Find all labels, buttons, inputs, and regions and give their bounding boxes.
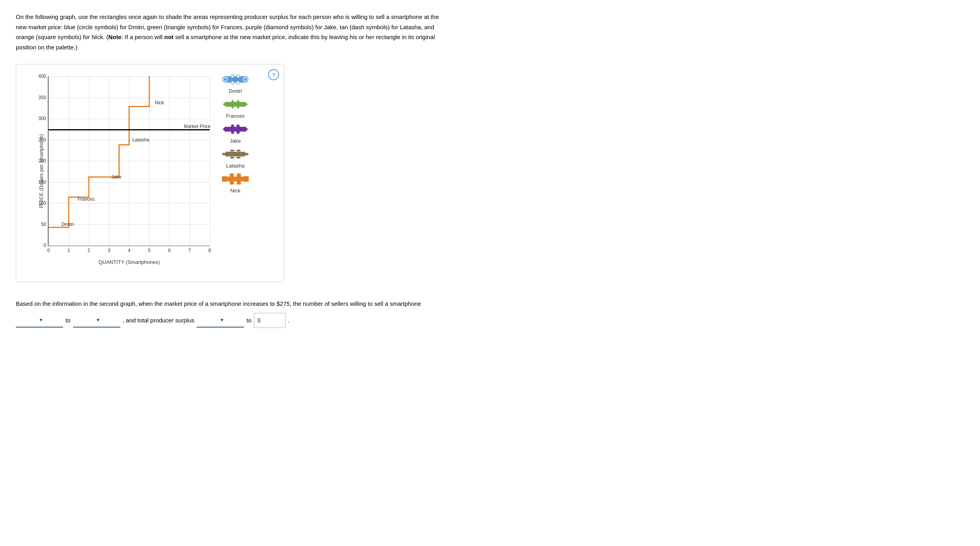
svg-rect-26 xyxy=(230,150,234,151)
svg-rect-9 xyxy=(225,102,245,107)
frances-palette-label: Frances xyxy=(226,113,245,119)
svg-rect-23 xyxy=(225,152,245,156)
svg-point-2 xyxy=(224,78,227,81)
bottom-row: ▼ to ▼ , and total producer surplus ▼ to… xyxy=(16,313,490,328)
supply-curve-line xyxy=(49,76,149,228)
latasha-chart-label: Latasha xyxy=(132,137,149,143)
help-button[interactable]: ? xyxy=(268,69,279,80)
x-tick-2: 2 xyxy=(88,248,90,253)
svg-rect-35 xyxy=(230,181,234,185)
palette-item-frances[interactable]: Frances xyxy=(222,97,249,119)
svg-rect-27 xyxy=(237,150,240,151)
svg-rect-16 xyxy=(225,127,245,132)
nick-palette-label: Nick xyxy=(230,188,240,194)
market-price-line xyxy=(49,129,210,130)
not-bold: not xyxy=(164,34,173,40)
y-axis-label: PRICE (Dollars per smartphone) xyxy=(38,134,44,208)
to-text-1: to xyxy=(66,314,71,326)
svg-point-8 xyxy=(237,81,240,84)
nick-chart-label: Nick xyxy=(155,100,164,105)
x-axis-label: QUANTITY (Smartphones) xyxy=(98,259,160,265)
svg-marker-14 xyxy=(231,106,235,109)
bottom-question: Based on the information in the second g… xyxy=(16,298,490,328)
y-tick-200: 200 xyxy=(38,158,46,164)
bottom-question-text: Based on the information in the second g… xyxy=(16,300,421,307)
palette-area: Dmitri Frances xyxy=(222,72,249,197)
grid-line-0 xyxy=(49,245,210,246)
svg-marker-11 xyxy=(244,102,248,107)
dollar-sign: $ xyxy=(257,314,261,326)
svg-rect-29 xyxy=(237,157,240,158)
x-tick-8: 8 xyxy=(208,248,211,253)
jake-chart-label: Jake xyxy=(111,174,121,180)
instructions-text: On the following graph, use the rectangl… xyxy=(16,12,450,52)
dropdown-1-arrow: ▼ xyxy=(39,315,43,325)
dmitri-palette-label: Dmitri xyxy=(229,88,242,94)
grid-v-8 xyxy=(210,76,210,245)
comma-text: , and total producer surplus xyxy=(123,314,195,326)
svg-rect-30 xyxy=(225,177,245,181)
svg-rect-24 xyxy=(222,153,226,155)
svg-marker-13 xyxy=(236,100,240,103)
dropdown-2-value xyxy=(75,314,94,326)
dropdown-3-arrow: ▼ xyxy=(220,315,224,325)
dropdown-2-arrow: ▼ xyxy=(96,315,101,325)
svg-rect-36 xyxy=(237,181,241,185)
x-tick-6: 6 xyxy=(168,248,171,253)
y-tick-300: 300 xyxy=(38,116,46,121)
svg-point-7 xyxy=(231,81,234,84)
x-tick-5: 5 xyxy=(148,248,151,253)
latasha-icon xyxy=(222,147,249,161)
svg-point-4 xyxy=(244,78,247,81)
svg-rect-28 xyxy=(230,157,234,158)
svg-rect-31 xyxy=(222,176,227,182)
dropdown-3[interactable]: ▼ xyxy=(197,313,244,328)
y-tick-350: 350 xyxy=(38,95,46,100)
frances-icon xyxy=(222,97,249,111)
y-tick-100: 100 xyxy=(38,200,46,206)
svg-rect-32 xyxy=(244,176,249,182)
graph-container: ? PRICE (Dollars per smartphone) xyxy=(16,64,284,282)
palette-item-dmitri[interactable]: Dmitri xyxy=(222,72,249,94)
dmitri-chart-label: Dmitri xyxy=(62,222,74,227)
x-tick-1: 1 xyxy=(68,248,70,253)
svg-point-6 xyxy=(237,75,240,78)
palette-item-jake[interactable]: Jake xyxy=(222,122,249,144)
dropdown-2[interactable]: ▼ xyxy=(73,313,120,328)
to-text-2: to xyxy=(246,314,252,326)
x-tick-4: 4 xyxy=(128,248,131,253)
dmitri-icon xyxy=(222,72,249,87)
nick-icon xyxy=(222,172,249,186)
jake-palette-label: Jake xyxy=(230,138,240,144)
svg-marker-10 xyxy=(223,102,226,107)
graph-inner: PRICE (Dollars per smartphone) xyxy=(24,72,276,270)
palette-item-nick[interactable]: Nick xyxy=(222,172,249,194)
frances-chart-label: Frances xyxy=(77,196,94,202)
period: . xyxy=(288,314,289,326)
svg-marker-15 xyxy=(236,106,240,109)
dropdown-3-value xyxy=(198,314,218,326)
svg-point-5 xyxy=(231,75,234,78)
svg-rect-25 xyxy=(244,153,248,155)
jake-icon xyxy=(222,122,249,136)
dollar-input[interactable]: $ xyxy=(254,313,285,328)
y-tick-250: 250 xyxy=(38,137,46,143)
y-tick-150: 150 xyxy=(38,179,46,185)
x-tick-7: 7 xyxy=(188,248,191,253)
x-tick-3: 3 xyxy=(108,248,111,253)
x-tick-0: 0 xyxy=(47,248,50,253)
y-tick-0: 0 xyxy=(43,243,46,248)
y-tick-400: 400 xyxy=(38,73,46,79)
chart-area: PRICE (Dollars per smartphone) xyxy=(24,72,214,270)
supply-curve xyxy=(49,76,210,237)
y-tick-50: 50 xyxy=(41,222,46,227)
svg-rect-33 xyxy=(230,173,234,177)
chart-plot: 0 50 100 150 200 250 300 350 400 0 1 2 3… xyxy=(48,76,210,246)
svg-marker-12 xyxy=(231,100,235,103)
svg-rect-34 xyxy=(237,173,241,177)
market-price-label: Market Price xyxy=(184,124,210,129)
palette-item-latasha[interactable]: Latasha xyxy=(222,147,249,169)
dropdown-1-value xyxy=(17,314,37,326)
dropdown-1[interactable]: ▼ xyxy=(16,313,63,328)
note-bold: Note xyxy=(108,34,121,40)
